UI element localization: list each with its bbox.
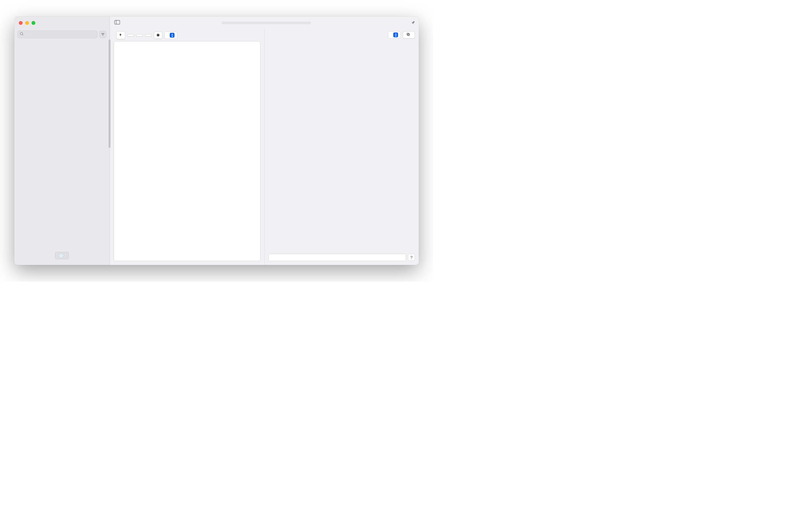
- main: ✱: [110, 17, 419, 265]
- input-pane: ✱: [110, 29, 265, 265]
- sidebar-toggle-button[interactable]: [113, 19, 121, 26]
- close-button[interactable]: [19, 21, 23, 25]
- input-textarea[interactable]: [114, 41, 260, 261]
- copy-icon: [406, 32, 410, 37]
- sample-button[interactable]: [136, 34, 143, 37]
- help-button[interactable]: ?: [408, 254, 415, 261]
- minimize-button[interactable]: [25, 21, 29, 25]
- clear-button[interactable]: [145, 34, 152, 37]
- clipboard-button[interactable]: [127, 34, 134, 37]
- svg-rect-7: [408, 34, 409, 36]
- svg-line-1: [22, 34, 23, 35]
- svg-rect-5: [115, 20, 120, 24]
- window-controls: [14, 17, 110, 29]
- chevron-updown-icon: [393, 32, 398, 37]
- svg-point-0: [20, 32, 23, 35]
- indent-select[interactable]: [388, 31, 401, 39]
- search-icon: [20, 32, 24, 37]
- maximize-button[interactable]: [31, 21, 35, 25]
- mail-icon: ✉️: [59, 253, 64, 258]
- app-window: ✉️: [14, 17, 419, 265]
- output-view[interactable]: [269, 40, 415, 252]
- settings-button[interactable]: ✱: [154, 31, 162, 39]
- search-input[interactable]: [25, 32, 95, 37]
- output-pane: ?: [265, 29, 419, 265]
- sidebar: ✉️: [14, 17, 110, 265]
- tool-list: [14, 40, 110, 249]
- bolt-icon: [119, 33, 122, 38]
- gear-icon: ✱: [156, 33, 160, 38]
- json-path-input[interactable]: [269, 254, 406, 261]
- copy-button[interactable]: [403, 31, 415, 39]
- window-title: [222, 22, 311, 24]
- svg-rect-8: [407, 33, 409, 35]
- input-format-select[interactable]: [164, 31, 177, 39]
- sidebar-scrollbar[interactable]: [108, 40, 111, 252]
- search-input-wrap[interactable]: [17, 31, 98, 38]
- filter-button[interactable]: [99, 31, 106, 38]
- chevron-updown-icon: [170, 33, 174, 38]
- pin-button[interactable]: [411, 20, 416, 26]
- quick-action-button[interactable]: [116, 31, 125, 39]
- send-feedback-button[interactable]: ✉️: [55, 252, 69, 259]
